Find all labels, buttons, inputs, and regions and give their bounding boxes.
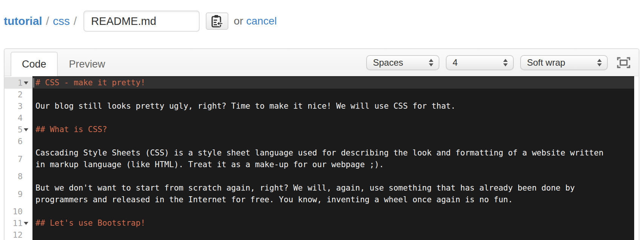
- gutter-line-1[interactable]: 1: [5, 77, 32, 89]
- code-line-6[interactable]: [32, 135, 634, 147]
- code-line-2[interactable]: [32, 89, 634, 100]
- screen-full-icon: [617, 57, 630, 68]
- select-spinner-icon: [429, 59, 433, 66]
- code-line-10[interactable]: [32, 206, 634, 217]
- line-number: 6: [18, 137, 23, 146]
- or-label: or: [234, 15, 243, 27]
- code-row: But we don't want to start from scratch …: [32, 182, 634, 194]
- code-row: # CSS - make it pretty!: [32, 77, 634, 89]
- code-line-12[interactable]: [32, 229, 634, 240]
- code-line-1[interactable]: # CSS - make it pretty!: [32, 77, 634, 89]
- code-row: [32, 229, 634, 240]
- filename-input[interactable]: [83, 11, 200, 32]
- line-number: 9: [18, 189, 23, 199]
- fold-toggle-icon[interactable]: [23, 124, 29, 135]
- select-value: Spaces: [373, 57, 424, 68]
- editor-tab-bar: CodePreview Spaces4Soft wrap: [5, 49, 639, 76]
- code-editor[interactable]: 12345678910111213 # CSS - make it pretty…: [5, 76, 639, 240]
- code-row: in markup language (like HTML). Treat it…: [32, 159, 634, 171]
- editor-selects: Spaces4Soft wrap: [366, 55, 608, 70]
- code-line-4[interactable]: [32, 112, 634, 124]
- code-row: Cascading Style Sheets (CSS) is a style …: [32, 147, 634, 159]
- breadcrumb-folder-link[interactable]: css: [53, 15, 70, 28]
- code-line-8[interactable]: [32, 171, 634, 182]
- gutter-line-9[interactable]: 9: [5, 182, 32, 206]
- code-row: [32, 112, 634, 124]
- indent-width-select[interactable]: 4: [446, 55, 514, 70]
- gutter-line-5[interactable]: 5: [5, 124, 32, 135]
- fold-slot-empty: [23, 229, 29, 240]
- fold-toggle-icon[interactable]: [23, 217, 29, 229]
- line-number: 4: [18, 113, 23, 123]
- line-number: 2: [18, 90, 23, 99]
- breadcrumb-repo-link[interactable]: tutorial: [4, 15, 42, 28]
- tab-preview[interactable]: Preview: [58, 52, 117, 76]
- line-number: 1: [18, 78, 23, 88]
- select-spinner-icon: [503, 59, 508, 66]
- code-row: [32, 89, 634, 100]
- code-row: [32, 135, 634, 147]
- code-row: Our blog still looks pretty ugly, right?…: [32, 100, 634, 112]
- line-number: 8: [18, 172, 23, 181]
- fold-slot-empty: [23, 171, 29, 182]
- fold-slot-empty: [23, 206, 29, 217]
- code-line-9[interactable]: But we don't want to start from scratch …: [32, 182, 634, 206]
- file-editor-container: CodePreview Spaces4Soft wrap 12345678910…: [4, 48, 639, 240]
- fold-slot-empty: [23, 135, 29, 147]
- gutter-line-12[interactable]: 12: [5, 229, 32, 240]
- gutter-line-7[interactable]: 7: [5, 147, 32, 171]
- code-row: ## Let's use Bootstrap!: [32, 217, 634, 229]
- select-spinner-icon: [597, 59, 602, 66]
- line-number: 11: [13, 218, 23, 228]
- gutter-line-6[interactable]: 6: [5, 135, 32, 147]
- text-cursor: [33, 78, 34, 88]
- code-area[interactable]: # CSS - make it pretty!Our blog still lo…: [32, 76, 634, 240]
- gutter-line-10[interactable]: 10: [5, 206, 32, 217]
- gutter-line-3[interactable]: 3: [5, 100, 32, 112]
- breadcrumb-separator: /: [46, 15, 49, 28]
- file-header: tutorial / css / or cancel: [4, 0, 277, 42]
- fold-slot-empty: [23, 182, 29, 206]
- line-number: 7: [18, 154, 23, 164]
- fold-slot-empty: [23, 89, 29, 100]
- copy-path-button[interactable]: [206, 12, 228, 30]
- code-row: [32, 171, 634, 182]
- fold-slot-empty: [23, 147, 29, 171]
- fold-toggle-icon[interactable]: [23, 77, 29, 89]
- code-line-7[interactable]: Cascading Style Sheets (CSS) is a style …: [32, 147, 634, 171]
- editor-controls: Spaces4Soft wrap: [366, 55, 630, 70]
- gutter-line-4[interactable]: 4: [5, 112, 32, 124]
- line-number: 5: [18, 125, 23, 134]
- fold-slot-empty: [23, 112, 29, 124]
- line-number-gutter: 12345678910111213: [5, 76, 32, 240]
- gutter-line-11[interactable]: 11: [5, 217, 32, 229]
- code-row: [32, 206, 634, 217]
- line-number: 3: [18, 102, 23, 111]
- code-line-11[interactable]: ## Let's use Bootstrap!: [32, 217, 634, 229]
- gutter-line-2[interactable]: 2: [5, 89, 32, 100]
- fullscreen-button[interactable]: [617, 57, 630, 68]
- indent-mode-select[interactable]: Spaces: [366, 55, 439, 70]
- code-line-5[interactable]: ## What is CSS?: [32, 124, 634, 135]
- editor-tabs: CodePreview: [11, 52, 117, 76]
- code-row: programmers and released in the Internet…: [32, 194, 634, 206]
- breadcrumb-separator: /: [74, 15, 77, 28]
- line-number: 10: [13, 207, 23, 216]
- cancel-link[interactable]: cancel: [246, 15, 277, 27]
- fold-slot-empty: [23, 100, 29, 112]
- gutter-line-8[interactable]: 8: [5, 171, 32, 182]
- code-line-3[interactable]: Our blog still looks pretty ugly, right?…: [32, 100, 634, 112]
- select-value: 4: [453, 57, 498, 68]
- code-row: ## What is CSS?: [32, 124, 634, 135]
- wrap-mode-select[interactable]: Soft wrap: [520, 55, 608, 70]
- line-number: 12: [13, 230, 23, 240]
- clipboard-arrow-icon: [211, 14, 223, 28]
- select-value: Soft wrap: [527, 57, 592, 68]
- tab-code[interactable]: Code: [11, 52, 58, 76]
